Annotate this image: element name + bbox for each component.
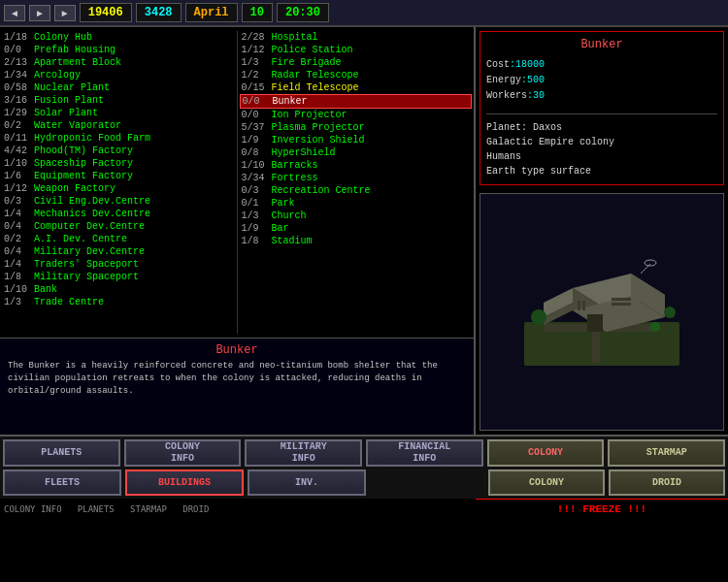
building-col-left: 1/18Colony Hub0/0Prefab Housing2/13Apart… xyxy=(2,31,235,334)
building-item-left-5[interactable]: 3/16Fusion Plant xyxy=(2,94,235,107)
building-item-right-7[interactable]: 5/37Plasma Projector xyxy=(240,121,473,134)
stat-credits: 19406 xyxy=(80,3,132,22)
building-item-left-4[interactable]: 0/58Nuclear Plant xyxy=(2,81,235,94)
building-item-left-19[interactable]: 1/8Military Spaceport xyxy=(2,271,235,283)
nav-inv[interactable]: INV. xyxy=(248,469,366,496)
stat-time: 20:30 xyxy=(277,3,329,22)
nav-btn-left3[interactable]: ► xyxy=(54,5,76,21)
building-item-left-17[interactable]: 0/4Military Dev.Centre xyxy=(2,245,235,258)
nav-financial-info[interactable]: FINANCIALINFO xyxy=(366,439,483,467)
building-item-right-12[interactable]: 0/3Recreation Centre xyxy=(240,184,473,197)
top-bar: ◄ ► ► 19406 3428 April 10 20:30 xyxy=(0,0,728,27)
building-item-left-9[interactable]: 4/42Phood(TM) Factory xyxy=(2,145,235,157)
planet-info: Planet: Daxos Galactic Empire colony Hum… xyxy=(486,113,717,178)
building-item-right-9[interactable]: 0/8HyperShield xyxy=(240,146,473,159)
building-item-left-15[interactable]: 0/4Computer Dev.Centre xyxy=(2,220,235,233)
building-item-right-1[interactable]: 1/12Police Station xyxy=(240,44,473,56)
building-col-right: 2/28Hospital1/12Police Station1/3Fire Br… xyxy=(240,31,473,334)
freeze-text: !!! FREEZE !!! xyxy=(557,503,646,515)
svg-rect-9 xyxy=(612,303,631,306)
content-area: 1/18Colony Hub0/0Prefab Housing2/13Apart… xyxy=(0,27,728,582)
nav-btn-left1[interactable]: ◄ xyxy=(4,5,25,21)
building-item-left-20[interactable]: 1/10Bank xyxy=(2,283,235,296)
freeze-left-spacer: COLONY INFO PLANETS STARMAP DROID xyxy=(0,500,476,517)
info-energy: Energy:500 xyxy=(486,73,717,88)
building-item-left-6[interactable]: 1/29Solar Plant xyxy=(2,107,235,119)
building-item-left-3[interactable]: 1/34Arcology xyxy=(2,69,235,81)
colony-name: Galactic Empire colony xyxy=(486,135,717,149)
building-item-left-16[interactable]: 0/2A.I. Dev. Centre xyxy=(2,233,235,245)
nav-droid[interactable]: DROID xyxy=(609,469,725,496)
info-title: Bunker xyxy=(486,38,717,51)
building-item-left-10[interactable]: 1/10Spaceship Factory xyxy=(2,157,235,170)
building-item-right-8[interactable]: 1/9Inversion Shield xyxy=(240,134,473,146)
building-item-right-4[interactable]: 0/15Field Telescope xyxy=(240,81,473,94)
nav-colony-info[interactable]: COLONYINFO xyxy=(124,439,242,467)
desc-section: Bunker The Bunker is a heavily reinforce… xyxy=(0,338,474,435)
building-item-right-15[interactable]: 1/9Bar xyxy=(240,222,473,235)
building-item-right-2[interactable]: 1/3Fire Brigade xyxy=(240,56,473,69)
building-item-left-2[interactable]: 2/13Apartment Block xyxy=(2,56,235,69)
freeze-right: !!! FREEZE !!! xyxy=(476,499,728,518)
left-content: 1/18Colony Hub0/0Prefab Housing2/13Apart… xyxy=(0,27,476,435)
nav-row1: PLANETS COLONYINFO MILITARYINFO FINANCIA… xyxy=(3,439,725,467)
planet-name: Planet: Daxos xyxy=(486,120,717,135)
nav-military-info[interactable]: MILITARYINFO xyxy=(245,439,362,467)
building-item-right-16[interactable]: 1/8Stadium xyxy=(240,235,473,247)
right-content: Bunker Cost:18000 Energy:500 Workers:30 … xyxy=(476,27,728,435)
nav-fleets[interactable]: FLEETS xyxy=(3,469,121,496)
nav-starmap[interactable]: STARMAP xyxy=(608,439,725,467)
nav-row2: FLEETS BUILDINGS INV. COLONY DROID xyxy=(3,469,725,496)
freeze-row: COLONY INFO PLANETS STARMAP DROID !!! FR… xyxy=(0,499,728,518)
svg-rect-8 xyxy=(612,298,631,301)
building-item-right-6[interactable]: 0/0Ion Projector xyxy=(240,109,473,121)
race-name: Humans xyxy=(486,149,717,164)
app-window: ◄ ► ► 19406 3428 April 10 20:30 1/18Colo… xyxy=(0,0,728,582)
building-item-left-13[interactable]: 0/3Civil Eng.Dev.Centre xyxy=(2,195,235,208)
building-item-right-11[interactable]: 3/34Fortress xyxy=(240,172,473,184)
svg-point-18 xyxy=(645,260,656,266)
svg-point-16 xyxy=(650,322,660,332)
desc-title: Bunker xyxy=(8,343,466,357)
bunker-svg xyxy=(514,254,689,371)
svg-point-15 xyxy=(664,307,676,318)
nav-colony-right[interactable]: COLONY xyxy=(487,439,605,467)
building-item-right-3[interactable]: 1/2Radar Telescope xyxy=(240,69,473,81)
stat-month: April xyxy=(185,3,238,22)
nav-buildings[interactable]: BUILDINGS xyxy=(125,469,244,496)
desc-text: The Bunker is a heavily reinforced concr… xyxy=(8,360,466,398)
panels-row: 1/18Colony Hub0/0Prefab Housing2/13Apart… xyxy=(0,27,728,435)
building-item-left-12[interactable]: 1/12Weapon Factory xyxy=(2,182,235,195)
building-item-right-10[interactable]: 1/10Barracks xyxy=(240,159,473,172)
building-cols: 1/18Colony Hub0/0Prefab Housing2/13Apart… xyxy=(0,27,474,338)
building-item-right-0[interactable]: 2/28Hospital xyxy=(240,31,473,44)
building-item-left-21[interactable]: 1/3Trade Centre xyxy=(2,296,235,308)
info-box: Bunker Cost:18000 Energy:500 Workers:30 … xyxy=(480,31,724,185)
nav-planets[interactable]: PLANETS xyxy=(3,439,120,467)
info-workers: Workers:30 xyxy=(486,88,717,104)
building-item-left-11[interactable]: 1/6Equipment Factory xyxy=(2,170,235,182)
svg-point-14 xyxy=(531,309,546,325)
building-item-left-18[interactable]: 1/4Traders' Spaceport xyxy=(2,258,235,271)
nav-colony-bottom[interactable]: COLONY xyxy=(488,469,605,496)
building-item-left-14[interactable]: 1/4Mechanics Dev.Centre xyxy=(2,208,235,220)
stat-day: 10 xyxy=(242,3,273,22)
stat-population: 3428 xyxy=(136,3,182,22)
building-image xyxy=(480,193,724,431)
building-item-right-5[interactable]: 0/0Bunker xyxy=(240,94,473,109)
nav-btn-left2[interactable]: ► xyxy=(29,5,50,21)
btn-area: PLANETS COLONYINFO MILITARYINFO FINANCIA… xyxy=(0,435,728,499)
building-item-right-13[interactable]: 0/1Park xyxy=(240,197,473,210)
building-item-left-7[interactable]: 0/2Water Vaporator xyxy=(2,119,235,132)
svg-rect-7 xyxy=(587,314,603,332)
building-item-right-14[interactable]: 1/3Church xyxy=(240,210,473,222)
building-item-left-0[interactable]: 1/18Colony Hub xyxy=(2,31,235,44)
svg-rect-11 xyxy=(582,301,585,310)
col-divider xyxy=(237,31,238,334)
surface-type: Earth type surface xyxy=(486,164,717,178)
building-item-left-8[interactable]: 0/11Hydroponic Food Farm xyxy=(2,132,235,145)
building-item-left-1[interactable]: 0/0Prefab Housing xyxy=(2,44,235,56)
info-cost: Cost:18000 xyxy=(486,57,717,73)
svg-rect-10 xyxy=(578,301,580,310)
